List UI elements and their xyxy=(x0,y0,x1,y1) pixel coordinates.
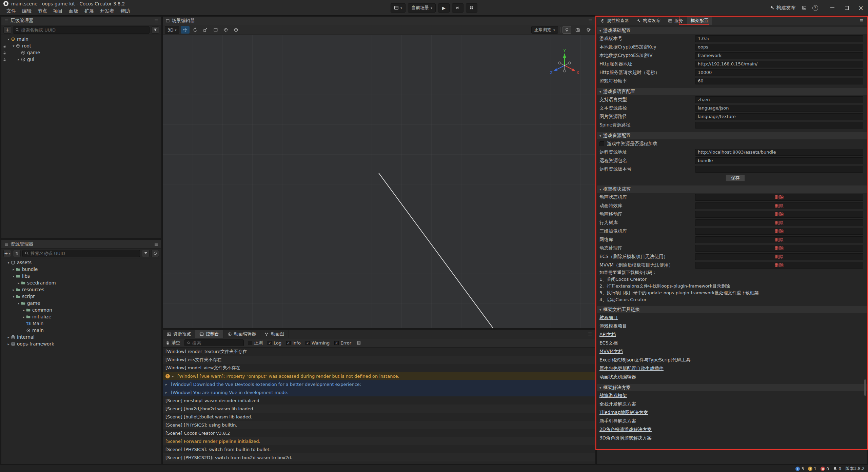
lang-texture-path-input[interactable]: language/texture xyxy=(695,113,863,120)
lock-icon[interactable] xyxy=(3,57,6,63)
scene-settings-button[interactable] xyxy=(584,26,593,34)
lock-icon[interactable] xyxy=(3,44,6,49)
tree-item-initialize[interactable]: ▸initialize xyxy=(1,313,161,320)
lock-icon[interactable] xyxy=(3,51,6,56)
regex-checkbox[interactable]: 正则 xyxy=(248,340,263,346)
create-asset-button[interactable]: +▾ xyxy=(3,250,11,257)
log-options-button[interactable] xyxy=(355,341,363,345)
delete-network-button[interactable]: 删除 xyxy=(695,236,863,243)
mode-3d-toggle[interactable]: 3D▾ xyxy=(165,26,179,34)
section-header-framework-modules[interactable]: ▾框架模块裁剪 xyxy=(597,185,867,193)
delete-ecs-button[interactable]: 删除 xyxy=(695,253,863,260)
assets-search-field[interactable] xyxy=(31,251,138,256)
log-row[interactable]: [Window] ecs文件夹不存在 xyxy=(163,356,595,364)
console-search-input[interactable] xyxy=(184,339,244,346)
expand-arrow[interactable]: ▾ xyxy=(6,261,11,264)
gizmo-y-label[interactable]: Y xyxy=(563,48,566,53)
menu-item[interactable]: 开发者 xyxy=(97,8,117,14)
expand-arrow[interactable]: ▸ xyxy=(172,374,175,378)
rotate-tool-button[interactable] xyxy=(191,26,200,34)
status-warning-count[interactable]: !1 xyxy=(808,466,816,471)
filter-log-checkbox[interactable]: ✓Log xyxy=(268,340,281,346)
menu-item[interactable]: 编辑 xyxy=(19,8,35,14)
build-publish-button[interactable]: 构建发布 xyxy=(766,0,799,16)
console-tab-animation-editor[interactable]: 动画编辑器 xyxy=(223,330,260,338)
assets-filter-button[interactable] xyxy=(142,250,150,257)
expand-arrow[interactable]: ▾ xyxy=(11,274,16,278)
link-rpg2d-solution[interactable]: 2D角色扮演游戏解决方案 xyxy=(599,427,652,433)
fps-input[interactable]: 60 xyxy=(695,78,863,84)
expand-arrow[interactable]: ▾ xyxy=(11,295,16,298)
log-row[interactable]: [Window] render_texture文件夹不存在 xyxy=(163,348,595,356)
save-button[interactable]: 保存 xyxy=(726,175,745,181)
scene-select[interactable]: 当前场景 ▾ xyxy=(408,3,436,13)
tree-item-libs[interactable]: ▾libs xyxy=(1,273,161,279)
remote-version-input[interactable] xyxy=(695,166,863,173)
section-header-framework-docs[interactable]: ▾框架文档工具链接 xyxy=(597,306,867,313)
inspector-tab-framework-config[interactable]: 框架配置 xyxy=(687,17,712,25)
tree-item-oops-framework[interactable]: ▸oops-framework xyxy=(1,340,161,347)
play-button[interactable]: ▶ xyxy=(438,3,450,13)
link-fullstack-solution[interactable]: 全栈开发解决方案 xyxy=(599,401,636,407)
expand-arrow[interactable]: ▸ xyxy=(11,268,16,271)
hierarchy-search-field[interactable] xyxy=(21,27,147,33)
expand-arrow[interactable]: ▾ xyxy=(11,44,16,48)
menu-item[interactable]: 帮助 xyxy=(117,8,133,14)
scale-tool-button[interactable] xyxy=(201,26,210,34)
log-row[interactable]: [Scene] [PHYSICS]: using builtin. xyxy=(163,421,595,429)
panel-menu-icon[interactable] xyxy=(588,19,592,23)
lang-spine-path-input[interactable] xyxy=(695,122,863,129)
delete-animator-button[interactable]: 删除 xyxy=(695,194,863,201)
log-row[interactable]: [Scene] [PHYSICS]: switch from builtin t… xyxy=(163,445,595,453)
log-row[interactable]: [Scene] [bullet]:bullet wasm lib loaded. xyxy=(163,413,595,421)
delete-behavior-tree-button[interactable]: 删除 xyxy=(695,219,863,226)
view-mode-select[interactable]: 正常浏览▾ xyxy=(531,26,558,34)
status-error-count[interactable]: ×0 xyxy=(821,466,829,471)
create-node-button[interactable]: + xyxy=(3,26,11,34)
inspector-menu-button[interactable] xyxy=(856,17,867,25)
remote-load-checkbox[interactable] xyxy=(599,141,604,146)
expand-arrow[interactable]: ▾ xyxy=(6,37,11,41)
section-header-game-i18n[interactable]: ▾游戏多语言配置 xyxy=(597,88,867,95)
tree-item-common[interactable]: ▸common xyxy=(1,307,161,313)
view-gizmo[interactable]: Y X Z xyxy=(548,48,581,81)
delete-mvvm-button[interactable]: 删除 xyxy=(695,262,863,269)
tree-item-game[interactable]: ▾game xyxy=(1,300,161,307)
menu-item[interactable]: 扩展 xyxy=(81,8,97,14)
tree-item-game[interactable]: game xyxy=(1,49,161,56)
link-animator-editor[interactable]: 动画状态机编辑器 xyxy=(599,374,636,380)
delete-dynamic-button[interactable]: 删除 xyxy=(695,245,863,252)
game-version-input[interactable]: 1.0.5 xyxy=(695,35,863,42)
tree-item-resources[interactable]: ▸resources xyxy=(1,286,161,293)
console-tab-console[interactable]: 控制台 xyxy=(195,330,223,338)
panel-menu-icon[interactable] xyxy=(154,242,158,247)
menu-item[interactable]: 文件 xyxy=(3,8,19,14)
gizmo-x-label[interactable]: X xyxy=(576,71,579,75)
expand-arrow[interactable]: ▸ xyxy=(165,391,169,394)
tree-item-main[interactable]: main xyxy=(1,327,161,334)
inspector-tab-inspector[interactable]: 属性检查器 xyxy=(597,17,633,25)
link-guide-solution[interactable]: 新手引导解决方案 xyxy=(599,418,636,424)
expand-arrow[interactable]: ▸ xyxy=(16,281,21,285)
remote-bundle-input[interactable]: bundle xyxy=(695,157,863,164)
step-button[interactable] xyxy=(452,3,463,13)
log-row[interactable]: [Scene] meshopt wasm decoder initialized xyxy=(163,396,595,405)
lang-json-path-input[interactable]: language/json xyxy=(695,105,863,112)
inspector-tab-build[interactable]: 构建发布 xyxy=(633,17,664,25)
gizmo-z-label[interactable]: Z xyxy=(550,71,553,75)
maximize-button[interactable] xyxy=(840,0,854,16)
preview-window-button[interactable] xyxy=(799,0,810,16)
inspector-tab-service[interactable]: 服务 xyxy=(664,17,687,25)
console-tab-animation-graph[interactable]: 动画图 xyxy=(260,330,289,338)
notification-badge[interactable]: 0 xyxy=(833,466,841,471)
lighting-toggle-button[interactable] xyxy=(563,26,571,34)
link-template-project[interactable]: 游戏模板项目 xyxy=(599,323,627,329)
http-timeout-input[interactable]: 10000 xyxy=(695,69,863,76)
link-hot-update-plugin[interactable]: 原生包热更新配置自动生成插件 xyxy=(599,366,664,372)
expand-arrow[interactable]: ▸ xyxy=(6,335,11,339)
log-row[interactable]: [Scene] Forward render pipeline initiali… xyxy=(163,437,595,445)
section-header-game-basic[interactable]: ▾游戏基础配置 xyxy=(597,27,867,34)
delete-anim-effect-button[interactable]: 删除 xyxy=(695,202,863,209)
delete-anim-move-button[interactable]: 删除 xyxy=(695,211,863,218)
log-row[interactable]: ▸[Window] You are running Vue in develop… xyxy=(163,388,595,396)
